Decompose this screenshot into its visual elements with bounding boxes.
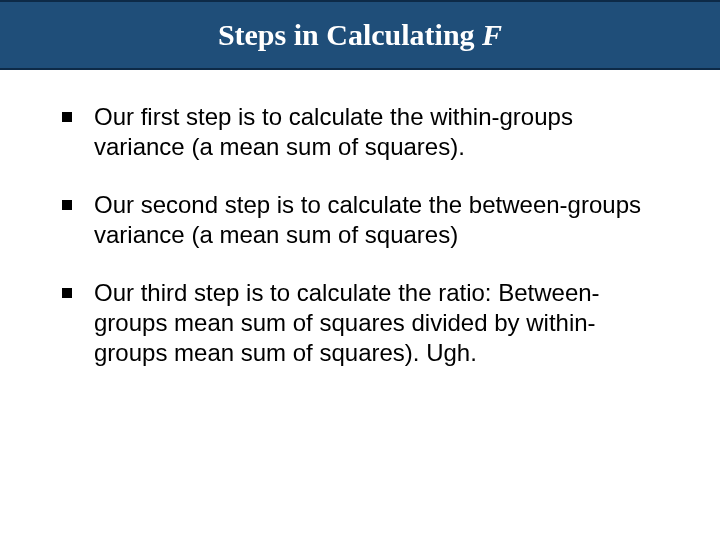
bullet-text: Our third step is to calculate the ratio… (94, 278, 658, 368)
title-variable: F (482, 18, 502, 51)
list-item: Our first step is to calculate the withi… (62, 102, 658, 162)
bullet-text: Our first step is to calculate the withi… (94, 102, 658, 162)
bullet-icon (62, 112, 72, 122)
slide-title: Steps in Calculating F (218, 18, 502, 52)
content-area: Our first step is to calculate the withi… (0, 70, 720, 368)
bullet-text: Our second step is to calculate the betw… (94, 190, 658, 250)
list-item: Our third step is to calculate the ratio… (62, 278, 658, 368)
list-item: Our second step is to calculate the betw… (62, 190, 658, 250)
slide: Steps in Calculating F Our first step is… (0, 0, 720, 540)
title-bar: Steps in Calculating F (0, 0, 720, 70)
bullet-icon (62, 200, 72, 210)
title-prefix: Steps in Calculating (218, 18, 482, 51)
bullet-icon (62, 288, 72, 298)
